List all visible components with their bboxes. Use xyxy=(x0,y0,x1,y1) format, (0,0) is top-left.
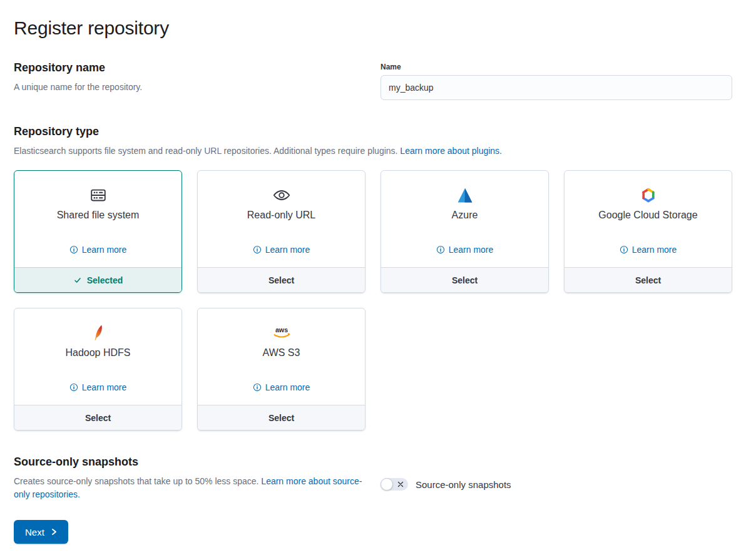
repository-name-field-column: Name xyxy=(381,61,732,100)
learn-more-label: Learn more xyxy=(449,245,494,255)
source-only-toggle-column: Source-only snapshots xyxy=(381,456,732,501)
card-action-label: Selected xyxy=(87,275,123,285)
card-action-label: Select xyxy=(85,413,111,423)
repository-type-description-text: Elasticsearch supports file system and r… xyxy=(14,146,397,156)
check-icon xyxy=(73,276,82,285)
hadoop-feather-logo-icon xyxy=(90,322,106,344)
aws-logo-icon: aws xyxy=(272,322,292,344)
switch-off-x-icon xyxy=(397,481,404,487)
svg-text:aws: aws xyxy=(275,326,287,333)
learn-more-label: Learn more xyxy=(82,382,127,392)
card-action-label: Select xyxy=(268,275,294,285)
register-repository-page: Register repository Repository name A un… xyxy=(0,0,746,559)
source-only-description-column: Source-only snapshots Creates source-onl… xyxy=(14,456,365,501)
source-only-section: Source-only snapshots Creates source-onl… xyxy=(14,456,732,501)
page-title: Register repository xyxy=(14,18,732,39)
learn-more-link[interactable]: Learn more xyxy=(620,245,677,255)
learn-more-link[interactable]: Learn more xyxy=(69,245,127,255)
info-icon xyxy=(253,245,262,254)
azure-logo-icon xyxy=(456,185,474,206)
learn-more-link[interactable]: Learn more xyxy=(253,382,310,392)
learn-more-plugins-link[interactable]: Learn more about plugins. xyxy=(400,146,502,156)
card-body: Hadoop HDFS Learn more xyxy=(14,308,181,405)
info-icon xyxy=(69,383,78,392)
card-action-label: Select xyxy=(452,275,478,285)
card-body: Read-only URL Learn more xyxy=(198,171,365,267)
source-only-toggle-label: Source-only snapshots xyxy=(416,479,511,490)
learn-more-label: Learn more xyxy=(265,245,310,255)
repo-type-card-google-cloud-storage[interactable]: Google Cloud Storage Learn more Select xyxy=(564,170,732,293)
card-body: Google Cloud Storage Learn more xyxy=(565,171,732,267)
repository-type-card-grid: Shared file system Learn more Se xyxy=(14,170,732,430)
source-only-toggle[interactable] xyxy=(381,478,408,491)
card-body: aws AWS S3 Learn more xyxy=(198,308,365,405)
card-select-button[interactable]: Select xyxy=(198,405,365,430)
repo-type-card-title: Azure xyxy=(452,210,478,221)
card-action-label: Select xyxy=(635,275,661,285)
repository-name-input[interactable] xyxy=(381,75,732,100)
source-only-switch-row: Source-only snapshots xyxy=(381,478,732,491)
repo-type-card-title: Hadoop HDFS xyxy=(65,347,130,359)
card-select-button[interactable]: Select xyxy=(198,267,365,292)
info-icon xyxy=(620,245,628,254)
repository-name-section: Repository name A unique name for the re… xyxy=(14,61,732,100)
google-cloud-storage-logo-icon xyxy=(640,185,657,206)
eye-icon xyxy=(272,185,291,206)
card-select-button[interactable]: Select xyxy=(381,267,548,292)
repo-type-card-title: Google Cloud Storage xyxy=(598,210,697,221)
repository-type-section: Repository type Elasticsearch supports f… xyxy=(14,125,732,430)
card-body: Shared file system Learn more xyxy=(14,171,181,267)
source-only-description: Creates source-only snapshots that take … xyxy=(14,475,365,501)
learn-more-label: Learn more xyxy=(632,245,677,255)
repo-type-card-azure[interactable]: Azure Learn more Select xyxy=(381,170,549,293)
switch-thumb xyxy=(381,478,393,491)
repo-type-card-title: Shared file system xyxy=(57,210,140,221)
next-button-label: Next xyxy=(25,527,44,537)
repository-type-heading: Repository type xyxy=(14,125,732,138)
name-field-label: Name xyxy=(381,61,732,71)
card-body: Azure Learn more xyxy=(381,171,548,267)
repository-type-description: Elasticsearch supports file system and r… xyxy=(14,145,732,158)
info-icon xyxy=(253,383,262,392)
info-icon xyxy=(69,245,78,254)
repo-type-card-title: AWS S3 xyxy=(263,347,300,359)
repo-type-card-read-only-url[interactable]: Read-only URL Learn more Select xyxy=(197,170,365,293)
next-button[interactable]: Next xyxy=(14,520,68,544)
learn-more-link[interactable]: Learn more xyxy=(253,245,310,255)
storage-icon xyxy=(89,185,108,206)
repo-type-card-hadoop-hdfs[interactable]: Hadoop HDFS Learn more Select xyxy=(14,308,182,430)
repository-name-heading: Repository name xyxy=(14,61,365,74)
repository-name-description-column: Repository name A unique name for the re… xyxy=(14,61,365,100)
learn-more-label: Learn more xyxy=(82,245,127,255)
source-only-heading: Source-only snapshots xyxy=(14,456,365,469)
learn-more-link[interactable]: Learn more xyxy=(436,245,494,255)
source-only-description-text: Creates source-only snapshots that take … xyxy=(14,476,258,486)
card-select-button[interactable]: Select xyxy=(14,405,181,430)
card-selected-footer-button[interactable]: Selected xyxy=(14,267,181,292)
repository-name-description: A unique name for the repository. xyxy=(14,81,365,94)
chevron-right-icon xyxy=(51,528,57,536)
card-action-label: Select xyxy=(268,413,294,423)
info-icon xyxy=(436,245,445,254)
repo-type-card-aws-s3[interactable]: aws AWS S3 Learn more xyxy=(197,308,365,430)
learn-more-link[interactable]: Learn more xyxy=(69,382,127,392)
repo-type-card-title: Read-only URL xyxy=(247,210,315,221)
repo-type-card-shared-file-system[interactable]: Shared file system Learn more Se xyxy=(14,170,182,293)
learn-more-label: Learn more xyxy=(265,382,310,392)
card-select-button[interactable]: Select xyxy=(565,267,732,292)
